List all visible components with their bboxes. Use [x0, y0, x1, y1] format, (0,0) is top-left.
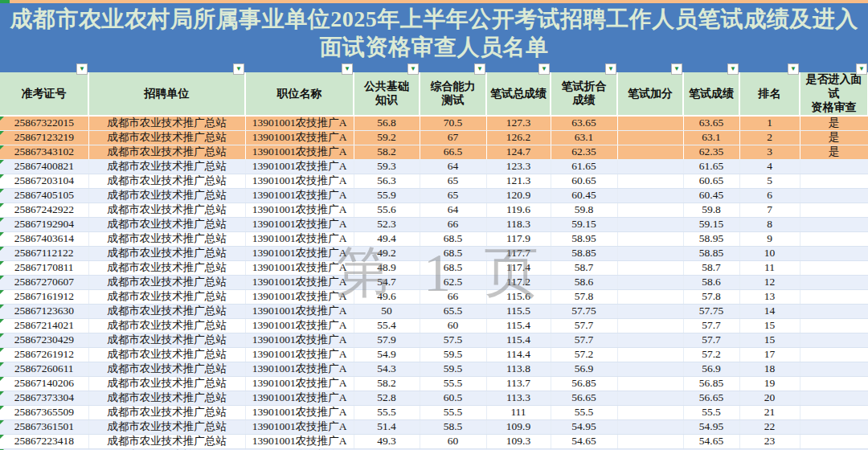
cell-r22-c6[interactable]: 109.9: [486, 419, 551, 434]
cell-r6-c7[interactable]: 60.45: [551, 188, 617, 202]
cell-r12-c7[interactable]: 58.6: [551, 275, 617, 289]
cell-r7-c3[interactable]: 13901001农技推广A: [245, 202, 354, 217]
cell-r7-c5[interactable]: 64: [420, 202, 486, 217]
cell-r14-c10[interactable]: 14: [739, 304, 800, 318]
cell-r11-c2[interactable]: 成都市农业技术推广总站: [88, 260, 245, 275]
cell-r13-c1[interactable]: 25867161912: [0, 289, 88, 304]
cell-r6-c1[interactable]: 25867405105: [0, 188, 88, 202]
cell-r6-c11[interactable]: [800, 188, 868, 202]
cell-r2-c7[interactable]: 63.1: [551, 130, 617, 145]
cell-r12-c11[interactable]: [800, 275, 868, 289]
cell-r23-c3[interactable]: 13901001农技推广A: [245, 434, 354, 448]
cell-r8-c4[interactable]: 52.3: [354, 217, 420, 231]
cell-r9-c5[interactable]: 68.5: [420, 231, 486, 246]
cell-r17-c6[interactable]: 114.4: [486, 347, 551, 362]
cell-r14-c1[interactable]: 25867123630: [0, 304, 88, 318]
cell-r3-c3[interactable]: 13901001农技推广A: [245, 145, 354, 159]
cell-r22-c5[interactable]: 58.5: [420, 419, 486, 434]
cell-r7-c10[interactable]: 7: [739, 202, 800, 217]
cell-r6-c6[interactable]: 120.9: [486, 188, 551, 202]
cell-r7-c2[interactable]: 成都市农业技术推广总站: [88, 202, 245, 217]
cell-r12-c4[interactable]: 54.7: [354, 275, 420, 289]
column-header-10[interactable]: 排名: [739, 72, 800, 116]
cell-r4-c9[interactable]: 61.65: [683, 159, 739, 174]
cell-r2-c3[interactable]: 13901001农技推广A: [245, 130, 354, 145]
cell-r22-c4[interactable]: 51.4: [354, 419, 420, 434]
cell-r10-c3[interactable]: 13901001农技推广A: [245, 246, 354, 260]
cell-r16-c3[interactable]: 13901001农技推广A: [245, 333, 354, 347]
cell-r1-c8[interactable]: [617, 116, 683, 131]
cell-r20-c10[interactable]: 20: [739, 391, 800, 405]
cell-r5-c1[interactable]: 25867203104: [0, 174, 88, 188]
cell-r4-c10[interactable]: 4: [739, 159, 800, 174]
cell-r19-c3[interactable]: 13901001农技推广A: [245, 376, 354, 391]
cell-r4-c2[interactable]: 成都市农业技术推广总站: [88, 159, 245, 174]
cell-r5-c4[interactable]: 56.3: [354, 174, 420, 188]
cell-r16-c7[interactable]: 57.7: [551, 333, 617, 347]
cell-r18-c3[interactable]: 13901001农技推广A: [245, 362, 354, 376]
cell-r22-c9[interactable]: 54.95: [683, 419, 739, 434]
cell-r10-c6[interactable]: 117.7: [486, 246, 551, 260]
cell-r4-c3[interactable]: 13901001农技推广A: [245, 159, 354, 174]
column-header-4[interactable]: 公共基础 知识: [354, 72, 420, 116]
cell-r6-c3[interactable]: 13901001农技推广A: [245, 188, 354, 202]
cell-r16-c8[interactable]: [617, 333, 683, 347]
cell-r23-c8[interactable]: [617, 434, 683, 448]
cell-r10-c2[interactable]: 成都市农业技术推广总站: [88, 246, 245, 260]
cell-r10-c9[interactable]: 58.85: [683, 246, 739, 260]
cell-r15-c10[interactable]: 15: [739, 318, 800, 333]
cell-r15-c9[interactable]: 57.7: [683, 318, 739, 333]
filter-dropdown-button-col8[interactable]: ▼: [671, 63, 682, 75]
filter-dropdown-button-col5[interactable]: ▼: [474, 63, 485, 75]
cell-r21-c1[interactable]: 25867365509: [0, 405, 88, 419]
cell-r1-c5[interactable]: 70.5: [420, 116, 486, 131]
cell-r19-c11[interactable]: [800, 376, 868, 391]
cell-r7-c9[interactable]: 59.8: [683, 202, 739, 217]
cell-r23-c5[interactable]: 60: [420, 434, 486, 448]
cell-r14-c2[interactable]: 成都市农业技术推广总站: [88, 304, 245, 318]
cell-r12-c9[interactable]: 58.6: [683, 275, 739, 289]
cell-r14-c11[interactable]: [800, 304, 868, 318]
cell-r21-c6[interactable]: 111: [486, 405, 551, 419]
cell-r19-c5[interactable]: 55.5: [420, 376, 486, 391]
cell-r12-c10[interactable]: 12: [739, 275, 800, 289]
cell-r10-c1[interactable]: 25867112122: [0, 246, 88, 260]
cell-r14-c4[interactable]: 50: [354, 304, 420, 318]
cell-r6-c2[interactable]: 成都市农业技术推广总站: [88, 188, 245, 202]
cell-r2-c1[interactable]: 25867123219: [0, 130, 88, 145]
cell-r18-c9[interactable]: 56.9: [683, 362, 739, 376]
cell-r9-c8[interactable]: [617, 231, 683, 246]
cell-r7-c8[interactable]: [617, 202, 683, 217]
cell-r2-c9[interactable]: 63.1: [683, 130, 739, 145]
cell-r19-c4[interactable]: 58.2: [354, 376, 420, 391]
cell-r11-c10[interactable]: 11: [739, 260, 800, 275]
cell-r3-c7[interactable]: 62.35: [551, 145, 617, 159]
cell-r22-c1[interactable]: 25867361501: [0, 419, 88, 434]
cell-r18-c4[interactable]: 54.3: [354, 362, 420, 376]
cell-r20-c6[interactable]: 113.3: [486, 391, 551, 405]
cell-r5-c11[interactable]: [800, 174, 868, 188]
cell-r3-c6[interactable]: 124.7: [486, 145, 551, 159]
column-header-8[interactable]: 笔试加分: [617, 72, 683, 116]
cell-r19-c10[interactable]: 19: [739, 376, 800, 391]
column-header-7[interactable]: 笔试折合 成绩: [551, 72, 617, 116]
cell-r18-c5[interactable]: 59.5: [420, 362, 486, 376]
cell-r4-c1[interactable]: 25867400821: [0, 159, 88, 174]
cell-r5-c2[interactable]: 成都市农业技术推广总站: [88, 174, 245, 188]
cell-r18-c7[interactable]: 56.9: [551, 362, 617, 376]
cell-r14-c9[interactable]: 57.75: [683, 304, 739, 318]
cell-r11-c3[interactable]: 13901001农技推广A: [245, 260, 354, 275]
cell-r19-c8[interactable]: [617, 376, 683, 391]
cell-r3-c1[interactable]: 25867343102: [0, 145, 88, 159]
cell-r13-c10[interactable]: 13: [739, 289, 800, 304]
cell-r6-c10[interactable]: 6: [739, 188, 800, 202]
cell-r10-c10[interactable]: 10: [739, 246, 800, 260]
cell-r22-c11[interactable]: [800, 419, 868, 434]
cell-r23-c4[interactable]: 49.3: [354, 434, 420, 448]
cell-r15-c5[interactable]: 60: [420, 318, 486, 333]
cell-r5-c10[interactable]: 5: [739, 174, 800, 188]
cell-r14-c6[interactable]: 115.5: [486, 304, 551, 318]
cell-r10-c7[interactable]: 58.85: [551, 246, 617, 260]
cell-r8-c2[interactable]: 成都市农业技术推广总站: [88, 217, 245, 231]
cell-r11-c11[interactable]: [800, 260, 868, 275]
